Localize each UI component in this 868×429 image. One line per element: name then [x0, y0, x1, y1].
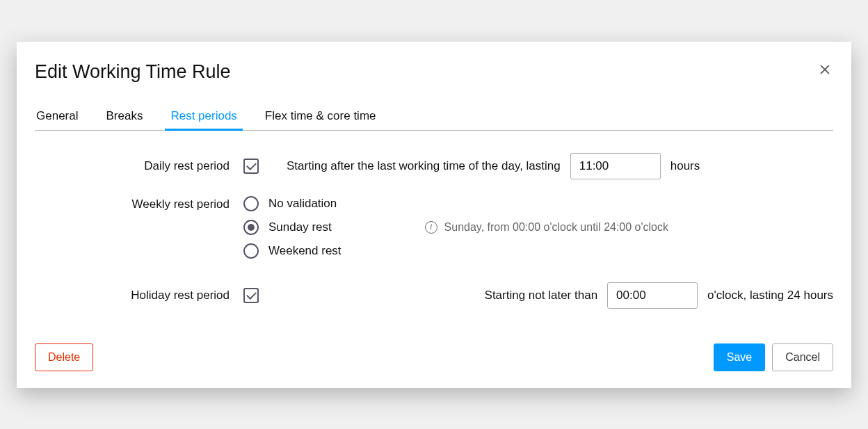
- holiday-rest-text-pre: Starting not later than: [485, 289, 598, 302]
- daily-rest-row: Daily rest period Starting after the las…: [35, 153, 833, 179]
- daily-rest-label: Daily rest period: [35, 159, 243, 173]
- close-button[interactable]: [817, 61, 833, 78]
- weekly-option-no-validation[interactable]: No validation: [243, 196, 341, 211]
- radio-sunday-rest-label: Sunday rest: [268, 220, 332, 234]
- daily-rest-checkbox[interactable]: [243, 159, 259, 174]
- daily-rest-text-post: hours: [670, 159, 700, 173]
- weekly-rest-row: Weekly rest period No validation Sunday …: [35, 196, 833, 259]
- delete-button[interactable]: Delete: [35, 343, 93, 371]
- weekly-rest-info: i Sunday, from 00:00 o'clock until 24:00…: [425, 196, 668, 234]
- weekly-option-sunday-rest[interactable]: Sunday rest: [243, 220, 341, 235]
- radio-no-validation-label: No validation: [268, 197, 337, 211]
- close-icon: [818, 63, 832, 76]
- weekly-rest-radio-group: No validation Sunday rest Weekend rest: [243, 196, 341, 259]
- tab-rest-periods[interactable]: Rest periods: [169, 104, 238, 130]
- holiday-rest-value-input[interactable]: [607, 282, 698, 309]
- weekly-rest-label: Weekly rest period: [35, 196, 243, 211]
- holiday-rest-text-post: o'clock, lasting 24 hours: [707, 289, 833, 302]
- cancel-button[interactable]: Cancel: [772, 343, 833, 371]
- daily-rest-text-pre: Starting after the last working time of …: [287, 159, 561, 173]
- weekly-option-weekend-rest[interactable]: Weekend rest: [243, 243, 341, 259]
- radio-sunday-rest[interactable]: [243, 220, 259, 235]
- daily-rest-value-input[interactable]: [570, 153, 661, 179]
- holiday-rest-checkbox[interactable]: [243, 288, 259, 303]
- weekly-rest-info-text: Sunday, from 00:00 o'clock until 24:00 o…: [444, 221, 668, 234]
- tab-general[interactable]: General: [35, 104, 79, 130]
- modal-title: Edit Working Time Rule: [35, 61, 231, 83]
- modal-footer: Delete Save Cancel: [35, 343, 833, 371]
- save-button[interactable]: Save: [714, 343, 765, 371]
- tab-breaks[interactable]: Breaks: [104, 104, 144, 130]
- edit-working-time-rule-modal: Edit Working Time Rule General Breaks Re…: [17, 42, 851, 388]
- tabs: General Breaks Rest periods Flex time & …: [35, 104, 833, 131]
- holiday-rest-row: Holiday rest period Starting not later t…: [35, 282, 833, 309]
- radio-weekend-rest[interactable]: [243, 243, 259, 259]
- info-icon: i: [425, 221, 437, 234]
- modal-header: Edit Working Time Rule: [35, 61, 833, 83]
- radio-weekend-rest-label: Weekend rest: [268, 244, 341, 258]
- radio-no-validation[interactable]: [243, 196, 259, 211]
- holiday-rest-label: Holiday rest period: [35, 289, 243, 302]
- tab-flex-time[interactable]: Flex time & core time: [264, 104, 378, 130]
